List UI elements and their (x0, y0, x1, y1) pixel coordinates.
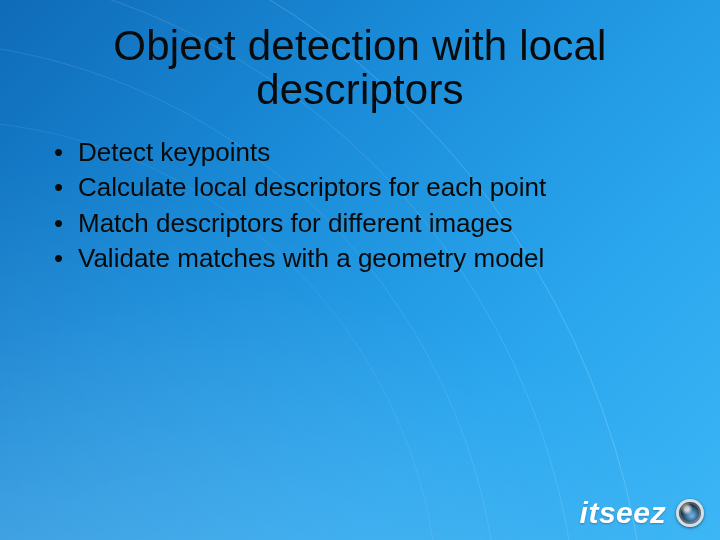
brand-logo-text: itseez (580, 496, 666, 530)
bullet-list: Detect keypoints Calculate local descrip… (48, 136, 680, 275)
list-item: Detect keypoints (48, 136, 680, 169)
slide: Object detection with local descriptors … (0, 0, 720, 540)
footer: itseez (580, 496, 704, 530)
list-item: Validate matches with a geometry model (48, 242, 680, 275)
camera-lens-icon (676, 499, 704, 527)
list-item: Calculate local descriptors for each poi… (48, 171, 680, 204)
list-item: Match descriptors for different images (48, 207, 680, 240)
slide-title: Object detection with local descriptors (50, 24, 670, 112)
